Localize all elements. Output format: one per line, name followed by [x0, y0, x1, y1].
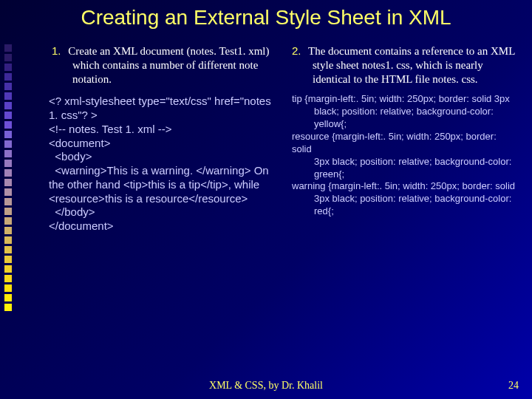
css-line: warning {margin-left:. 5in; width: 250px…	[292, 180, 517, 193]
slide-title: Creating an External Style Sheet in XML	[0, 6, 532, 30]
css-line: 3px black; position: relative; backgroun…	[314, 193, 517, 218]
side-bullets	[4, 43, 30, 369]
css-line: black; position: relative; background-co…	[314, 106, 517, 131]
list-number-1: 1.	[52, 44, 61, 58]
left-column: 1. Create an XML document (notes. Test1.…	[52, 44, 277, 369]
css-line: 3px black; position: relative; backgroun…	[314, 156, 517, 181]
list-number-2: 2.	[292, 44, 301, 58]
css-line: tip {margin-left:. 5in; width: 250px; bo…	[292, 93, 517, 106]
list-text-1: Create an XML document (notes. Test1. xm…	[68, 45, 269, 85]
page-number: 24	[508, 380, 519, 392]
list-item-2: 2. The document contains a reference to …	[313, 44, 517, 86]
list-text-2: The document contains a reference to an …	[308, 45, 515, 85]
list-item-1: 1. Create an XML document (notes. Test1.…	[72, 44, 277, 86]
xml-code-block: <? xml-stylesheet type="text/css" href="…	[49, 95, 277, 233]
css-line: resource {margin-left:. 5in; width: 250p…	[292, 131, 517, 156]
footer-text: XML & CSS, by Dr. Khalil	[0, 380, 532, 392]
right-column: 2. The document contains a reference to …	[292, 44, 517, 369]
content-columns: 1. Create an XML document (notes. Test1.…	[52, 44, 517, 369]
css-code-block: tip {margin-left:. 5in; width: 250px; bo…	[292, 93, 517, 218]
slide: Creating an External Style Sheet in XML …	[0, 0, 532, 399]
